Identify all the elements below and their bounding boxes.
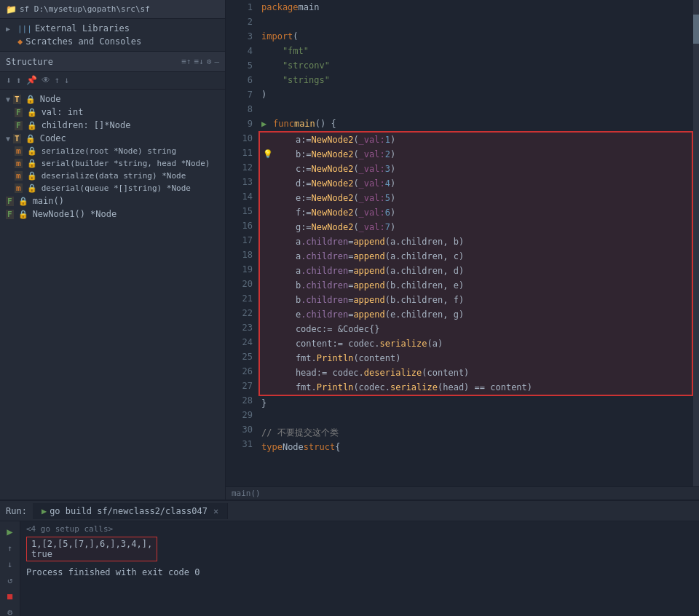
line-numbers: 12345 678910 1112131415 1617181920 21222… <box>226 0 258 486</box>
editor-bottom-label: main() <box>232 489 261 498</box>
codec-label: Codec <box>40 133 66 143</box>
code-line-5: "strconv" <box>258 58 693 73</box>
sort-btn[interactable]: ≡↓ <box>194 57 204 66</box>
exit-message: Process finished with exit code 0 <box>26 567 693 577</box>
icon-pin[interactable]: 📌 <box>26 75 37 86</box>
deserialize-badge: m <box>15 171 23 181</box>
icon-arrow-up[interactable]: ↑ <box>55 75 60 86</box>
close-btn[interactable]: — <box>214 57 219 66</box>
code-line-27: fmt.Println(codec.serialize(head) == con… <box>260 380 692 395</box>
code-line-26: head := codec.deserialize(content) <box>260 366 692 380</box>
val-lock-icon: 🔒 <box>27 108 37 117</box>
val-badge: F <box>15 108 23 117</box>
editor-scrollbar[interactable] <box>693 0 699 486</box>
external-libraries-item[interactable]: ▶ ||| External Libraries <box>0 22 225 35</box>
code-line-29 <box>258 411 693 425</box>
code-line-9: ▶ func main() { <box>258 117 693 131</box>
struct-deserialize-method[interactable]: m 🔒 deserialize(data string) *Node <box>0 170 225 182</box>
struct-codec-section[interactable]: ▼ T 🔒 Codec <box>0 132 225 145</box>
code-line-30: // 不要提交这个类 <box>258 425 693 440</box>
deserial-lock-icon: 🔒 <box>27 183 37 193</box>
code-area[interactable]: package main import ( "fmt" "strconv" "s… <box>258 0 693 486</box>
code-line-15: f := NewNode2( _val: 6) <box>260 205 692 220</box>
run-stop-btn[interactable]: ■ <box>6 590 14 603</box>
code-line-7: ) <box>258 87 693 102</box>
node-arrow-icon: ▼ <box>6 95 10 103</box>
code-line-16: g := NewNode2( _val: 7) <box>260 220 692 234</box>
children-label: children: []*Node <box>42 120 131 130</box>
structure-content: ▼ T 🔒 Node F 🔒 val: int F 🔒 children: []… <box>0 90 225 499</box>
run-gutter-icon[interactable]: ▶ <box>261 117 273 131</box>
project-path: sf D:\mysetup\gopath\src\sf <box>20 4 150 14</box>
newnode-lock-icon: 🔒 <box>18 210 28 219</box>
main-lock-icon: 🔒 <box>18 197 28 206</box>
run-tab-close-icon[interactable]: ✕ <box>213 506 218 516</box>
main-label: main() <box>33 196 64 206</box>
code-line-11: 💡 b := NewNode2( _val: 2) <box>260 147 692 162</box>
setup-calls-label: <4 go setup calls> <box>26 524 693 534</box>
newnode-label: NewNode1() *Node <box>33 209 117 219</box>
icon-arrow-down[interactable]: ↓ <box>64 75 69 86</box>
structure-title: Structure <box>6 57 53 67</box>
icon-visibility[interactable]: 👁 <box>42 75 50 86</box>
scroll-thumb[interactable] <box>693 15 699 44</box>
codec-lock-icon: 🔒 <box>25 134 36 143</box>
run-sidebar: ▶ ↑ ↓ ↺ ■ ⚙ ⊟ 🖨 <box>0 521 20 616</box>
children-badge: F <box>15 121 23 130</box>
serialize-badge: m <box>15 146 23 156</box>
scratches-consoles-item[interactable]: ◆ Scratches and Consoles <box>0 35 225 48</box>
run-settings-btn[interactable]: ⚙ <box>6 606 14 616</box>
node-label: Node <box>40 94 61 104</box>
struct-serialize-method[interactable]: m 🔒 serialize(root *Node) string <box>0 145 225 157</box>
run-play-btn[interactable]: ▶ <box>5 524 14 539</box>
code-line-23: codec := &Codec{} <box>260 322 692 336</box>
code-line-17: a.children = append(a.children, b) <box>260 234 692 249</box>
struct-serial-method[interactable]: m 🔒 serial(builder *string, head *Node) <box>0 157 225 170</box>
run-rerun-btn[interactable]: ↺ <box>6 574 14 587</box>
structure-icon-bar: ⬇ ⬆ 📌 👁 ↑ ↓ <box>0 72 225 90</box>
settings-btn[interactable]: ⚙ <box>207 57 212 66</box>
editor-area: 12345 678910 1112131415 1617181920 21222… <box>226 0 699 499</box>
serialize-lock-icon: 🔒 <box>27 146 37 156</box>
node-lock-icon: 🔒 <box>25 95 36 104</box>
code-line-28: } <box>258 396 693 411</box>
code-line-14: e := NewNode2( _val: 5) <box>260 191 692 205</box>
code-line-6: "strings" <box>258 73 693 87</box>
external-lib-icon: ||| <box>17 24 32 33</box>
icon-expand[interactable]: ⬇ <box>6 75 12 86</box>
run-down-btn[interactable]: ↓ <box>6 558 14 571</box>
code-line-18: a.children = append(a.children, c) <box>260 249 692 264</box>
struct-newnode-func[interactable]: F 🔒 NewNode1() *Node <box>0 208 225 221</box>
code-line-3: import ( <box>258 29 693 44</box>
sidebar-header: 📁 sf D:\mysetup\gopath\src\sf <box>0 0 225 19</box>
highlight-block: a := NewNode2( _val: 1) 💡 b := NewNode2(… <box>258 131 693 396</box>
code-line-20: b.children = append(b.children, e) <box>260 278 692 293</box>
run-tab-label: go build sf/newclass2/class047 <box>50 506 208 516</box>
bottom-tabs: Run: ▶ go build sf/newclass2/class047 ✕ <box>0 501 699 521</box>
run-tab[interactable]: ▶ go build sf/newclass2/class047 ✕ <box>33 503 228 519</box>
struct-children-field[interactable]: F 🔒 children: []*Node <box>0 119 225 132</box>
bulb-icon: 💡 <box>263 147 275 162</box>
struct-deserial-method[interactable]: m 🔒 deserial(queue *[]string) *Node <box>0 182 225 194</box>
run-output: <4 go setup calls> 1,[2,[5,[7,],6,],3,4,… <box>20 521 699 616</box>
struct-val-field[interactable]: F 🔒 val: int <box>0 106 225 119</box>
deserialize-lock-icon: 🔒 <box>27 171 37 181</box>
struct-node-section[interactable]: ▼ T 🔒 Node <box>0 92 225 106</box>
main-badge: F <box>6 197 14 206</box>
icon-collapse[interactable]: ⬆ <box>16 75 22 86</box>
code-line-12: c := NewNode2( _val: 3) <box>260 162 692 176</box>
codec-arrow-icon: ▼ <box>6 135 10 143</box>
bottom-panel: Run: ▶ go build sf/newclass2/class047 ✕ … <box>0 499 699 616</box>
output-highlight-box: 1,[2,[5,[7,],6,],3,4,], true <box>26 537 157 561</box>
deserial-label: deserial(queue *[]string) *Node <box>42 183 191 193</box>
code-line-8 <box>258 102 693 117</box>
code-line-1: package main <box>258 0 693 15</box>
scratches-label: Scratches and Consoles <box>25 36 141 47</box>
codec-badge: T <box>13 134 21 143</box>
tree-arrow-icon: ▶ <box>6 25 15 33</box>
struct-main-func[interactable]: F 🔒 main() <box>0 194 225 208</box>
sort-alpha-btn[interactable]: ≡↑ <box>181 57 191 66</box>
code-line-21: b.children = append(b.children, f) <box>260 293 692 307</box>
deserialize-label: deserialize(data string) *Node <box>42 171 186 181</box>
run-up-btn[interactable]: ↑ <box>6 542 14 555</box>
